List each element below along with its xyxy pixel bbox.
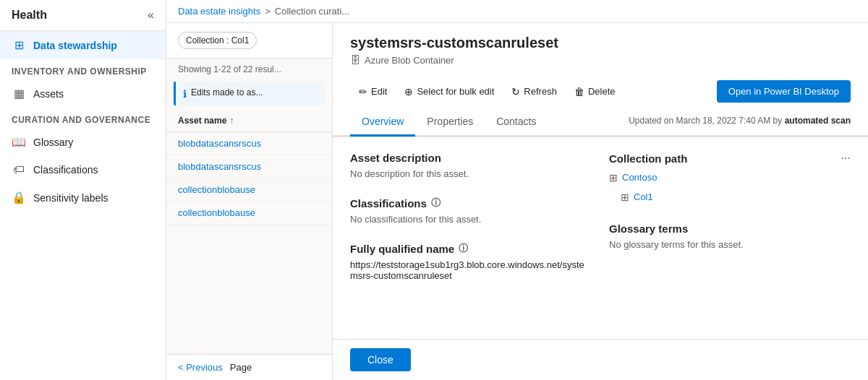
close-button[interactable]: Close [350, 348, 411, 371]
bulk-edit-icon: ⊕ [404, 86, 413, 98]
glossary-icon: 📖 [12, 135, 26, 149]
collection-path-item: ⊞ Col1 [621, 189, 851, 205]
detail-header: systemsrs-customscanruleset 🗄 Azure Blob… [333, 23, 868, 137]
updated-info: Updated on March 18, 2022 7:40 AM by aut… [629, 116, 851, 129]
detail-content: Asset description No description for thi… [333, 137, 868, 339]
asset-column-header: Asset name [178, 116, 226, 126]
classifications-icon: 🏷 [12, 163, 26, 176]
sidebar-item-sensitivity-labels[interactable]: 🔒 Sensitivity labels [0, 183, 166, 212]
asset-description-title: Asset description [350, 152, 592, 164]
page-label: Page [230, 362, 252, 373]
detail-panel: systemsrs-customscanruleset 🗄 Azure Blob… [333, 23, 868, 380]
sidebar-item-glossary[interactable]: 📖 Glossary [0, 128, 166, 156]
results-count: Showing 1-22 of 22 resul... [166, 59, 332, 77]
detail-columns: Asset description No description for thi… [350, 152, 851, 298]
pagination: < Previous Page [166, 354, 332, 380]
refresh-icon: ↻ [511, 86, 520, 98]
fqn-value: https://teststorage1sub1rg3.blob.core.wi… [350, 259, 592, 281]
glossary-terms-section: Glossary terms No glossary terms for thi… [609, 223, 851, 250]
detail-toolbar: ✏ Edit ⊕ Select for bulk edit ↻ Refresh [350, 74, 851, 108]
breadcrumb: Data estate insights > Collection curati… [166, 0, 868, 23]
info-banner: ℹ Edits made to as... [174, 82, 325, 105]
info-text: Edits made to as... [191, 87, 263, 98]
asset-description-value: No description for this asset. [350, 168, 592, 179]
sidebar-item-classifications[interactable]: 🏷 Classifications [0, 156, 166, 183]
tab-overview[interactable]: Overview [350, 108, 415, 137]
detail-footer: Close [333, 339, 868, 380]
edit-icon: ✏ [359, 86, 367, 98]
more-options-icon[interactable]: ··· [841, 152, 851, 165]
sidebar-item-label: Sensitivity labels [33, 192, 109, 204]
select-bulk-edit-button[interactable]: ⊕ Select for bulk edit [396, 82, 503, 102]
open-powerbi-button[interactable]: Open in Power BI Desktop [717, 80, 851, 103]
list-item[interactable]: collectionblobause [166, 178, 332, 202]
classifications-info-icon: ⓘ [431, 197, 441, 210]
collection-path-title-row: Collection path ··· [609, 152, 851, 165]
collection-path-col1-link[interactable]: Col1 [634, 191, 653, 202]
sidebar-item-label: Assets [33, 88, 64, 100]
list-panel: Collection : Col1 Showing 1-22 of 22 res… [166, 23, 333, 380]
fqn-title: Fully qualified name ⓘ [350, 242, 592, 255]
detail-left-column: Asset description No description for thi… [350, 152, 592, 298]
detail-title: systemsrs-customscanruleset [350, 35, 851, 51]
classifications-value: No classifications for this asset. [350, 214, 592, 225]
list-item[interactable]: blobdatascansrscus [166, 155, 332, 178]
detail-subtitle: 🗄 Azure Blob Container [350, 54, 851, 66]
breadcrumb-link[interactable]: Data estate insights [178, 6, 260, 17]
edit-button[interactable]: ✏ Edit [350, 82, 396, 102]
sidebar-health-title: Health [12, 9, 47, 22]
collection-path-contoso-link[interactable]: Contoso [622, 172, 657, 183]
asset-list: blobdatascansrscus blobdatascansrscus co… [166, 132, 332, 354]
fqn-info-icon: ⓘ [459, 242, 468, 255]
collection-path-icon-2: ⊞ [621, 191, 629, 203]
info-icon: ℹ [183, 88, 187, 100]
refresh-button[interactable]: ↻ Refresh [503, 82, 566, 102]
grid-icon: ⊞ [12, 38, 26, 52]
list-item[interactable]: collectionblobause [166, 202, 332, 225]
asset-description-section: Asset description No description for thi… [350, 152, 592, 179]
tab-properties[interactable]: Properties [415, 108, 485, 137]
main-area: Data estate insights > Collection curati… [166, 0, 868, 380]
sidebar-item-label: Data stewardship [33, 40, 117, 51]
list-item[interactable]: blobdatascansrscus [166, 132, 332, 155]
assets-icon: ▦ [12, 87, 26, 100]
collection-path-icon-1: ⊞ [609, 172, 618, 183]
delete-icon: 🗑 [574, 86, 584, 98]
glossary-terms-value: No glossary terms for this asset. [609, 239, 851, 250]
sidebar-item-label: Glossary [33, 137, 73, 148]
sensitivity-icon: 🔒 [12, 191, 26, 204]
classifications-section: Classifications ⓘ No classifications for… [350, 197, 592, 225]
sidebar-item-label: Classifications [33, 164, 98, 176]
sidebar-item-data-stewardship[interactable]: ⊞ Data stewardship [0, 31, 166, 59]
classifications-title: Classifications ⓘ [350, 197, 592, 210]
asset-list-header: Asset name ↑ [166, 110, 332, 132]
previous-button[interactable]: < Previous [178, 362, 223, 373]
detail-subtitle-text: Azure Blob Container [365, 55, 454, 66]
sort-icon[interactable]: ↑ [229, 116, 234, 126]
breadcrumb-separator: > [265, 6, 271, 17]
sidebar-item-assets[interactable]: ▦ Assets [0, 79, 166, 108]
detail-tabs: Overview Properties Contacts [350, 108, 629, 135]
collection-path-item: ⊞ Contoso [609, 169, 851, 186]
content-area: Collection : Col1 Showing 1-22 of 22 res… [166, 23, 868, 380]
sidebar-collapse-icon[interactable]: « [148, 9, 154, 22]
sidebar: Health « ⊞ Data stewardship Inventory an… [0, 0, 166, 380]
fqn-section: Fully qualified name ⓘ https://teststora… [350, 242, 592, 281]
sidebar-section-curation: Curation and governance [0, 108, 166, 128]
collection-badge[interactable]: Collection : Col1 [178, 32, 257, 49]
glossary-terms-title: Glossary terms [609, 223, 851, 235]
collection-path-section: Collection path ··· ⊞ Contoso ⊞ Col1 [609, 152, 851, 205]
delete-button[interactable]: 🗑 Delete [566, 82, 624, 102]
detail-right-column: Collection path ··· ⊞ Contoso ⊞ Col1 [609, 152, 851, 298]
breadcrumb-current: Collection curati... [275, 6, 349, 17]
tab-contacts[interactable]: Contacts [485, 108, 548, 137]
sidebar-section-inventory: Inventory and ownership [0, 59, 166, 79]
blob-container-icon: 🗄 [350, 54, 360, 66]
list-panel-header: Collection : Col1 [166, 23, 332, 59]
collection-path-title: Collection path [609, 152, 687, 165]
